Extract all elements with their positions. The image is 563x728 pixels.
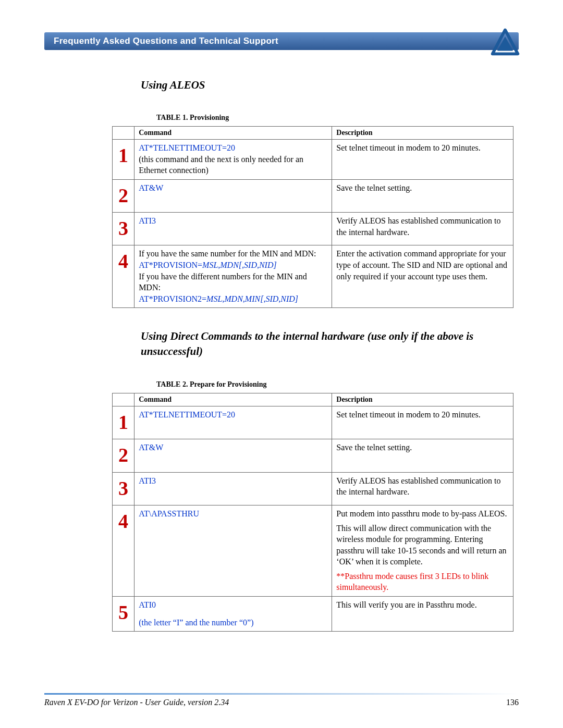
footer-page-number: 136 (506, 698, 519, 707)
table2-head-command: Command (134, 393, 332, 406)
table2-head-description: Description (332, 393, 513, 406)
step-number: 3 (113, 472, 134, 505)
table-row: 4 AT\APASSTHRU Put modem into passthru m… (113, 505, 513, 596)
table2-caption-label: TABLE 2. (156, 380, 190, 388)
command-text: ATI3 (139, 216, 156, 225)
table-prepare-provisioning: Command Description 1 AT*TELNETTIMEOUT=2… (112, 393, 513, 632)
description-text: Verify ALEOS has established communicati… (332, 472, 513, 505)
table-row: 4 If you have the same number for the MI… (113, 245, 513, 308)
footer-doc-title: Raven X EV-DO for Verizon - User Guide, … (44, 698, 229, 707)
step-number: 1 (113, 406, 134, 439)
table-row: 3 ATI3 Verify ALEOS has established comm… (113, 213, 513, 245)
description-text: Put modem into passthru mode to by-pass … (336, 508, 509, 520)
description-warning: **Passthru mode causes first 3 LEDs to b… (336, 571, 509, 593)
step-number: 2 (113, 179, 134, 212)
table-row: 2 AT&W Save the telnet setting. (113, 179, 513, 212)
description-text: Verify ALEOS has established communicati… (332, 213, 513, 245)
table-header-row: Command Description (113, 393, 513, 406)
table-row: 5 ATI0 (the letter “I” and the number “0… (113, 597, 513, 632)
table-row: 1 AT*TELNETTIMEOUT=20 Set telnet timeout… (113, 406, 513, 439)
command-text: AT*PROVISION=MSL,MDN[,SID,NID] (139, 260, 327, 271)
table2-caption-text: Prepare for Provisioning (190, 380, 267, 388)
description-text: Save the telnet setting. (332, 439, 513, 472)
command-text: ATI0 (139, 599, 327, 611)
table-row: 3 ATI3 Verify ALEOS has established comm… (113, 472, 513, 505)
table2-caption: TABLE 2. Prepare for Provisioning (156, 380, 519, 389)
description-text: Set telnet timeout in modem to 20 minute… (332, 406, 513, 439)
header-title: Frequently Asked Questions and Technical… (54, 36, 278, 46)
table-row: 2 AT&W Save the telnet setting. (113, 439, 513, 472)
table-provisioning: Command Description 1 AT*TELNETTIMEOUT=2… (112, 126, 513, 308)
step-number: 4 (113, 505, 134, 596)
footer-divider (44, 693, 519, 695)
step-number: 1 (113, 140, 134, 180)
description-text: This will verify you are in Passthru mod… (332, 597, 513, 632)
command-pretext: If you have the different numbers for th… (139, 271, 327, 293)
table-header-row: Command Description (113, 127, 513, 140)
command-text: AT&W (139, 443, 163, 452)
step-number: 3 (113, 213, 134, 245)
command-note: (the letter “I” and the number “0”) (139, 617, 327, 628)
command-text: AT&W (139, 183, 163, 192)
step-number: 2 (113, 439, 134, 472)
table-row: 1 AT*TELNETTIMEOUT=20 (this command and … (113, 140, 513, 180)
table1-caption-text: Provisioning (190, 114, 229, 121)
command-text: AT\APASSTHRU (139, 509, 199, 518)
description-text: Save the telnet setting. (332, 179, 513, 212)
page: Frequently Asked Questions and Technical… (0, 0, 563, 728)
command-text: AT*PROVISION2=MSL,MDN,MIN[,SID,NID] (139, 293, 327, 305)
table1-caption: TABLE 1. Provisioning (156, 114, 519, 122)
footer: Raven X EV-DO for Verizon - User Guide, … (44, 693, 519, 707)
brand-logo-icon (490, 28, 520, 58)
description-text: Set telnet timeout in modem to 20 minute… (332, 140, 513, 180)
step-number: 4 (113, 245, 134, 308)
description-text: Enter the activation command appropriate… (332, 245, 513, 308)
section-title-using-aleos: Using ALEOS (141, 79, 519, 92)
command-text: AT*TELNETTIMEOUT=20 (139, 142, 327, 154)
description-text: This will allow direct communication wit… (336, 523, 509, 567)
table1-caption-label: TABLE 1. (156, 114, 190, 121)
table1-head-description: Description (332, 127, 513, 140)
header-bar: Frequently Asked Questions and Technical… (44, 32, 519, 50)
command-pretext: If you have the same number for the MIN … (139, 248, 327, 260)
command-text: AT*TELNETTIMEOUT=20 (139, 410, 235, 419)
step-number: 5 (113, 597, 134, 632)
table1-head-command: Command (134, 127, 332, 140)
command-note: (this command and the next is only neede… (139, 154, 327, 176)
command-text: ATI3 (139, 476, 156, 485)
section-title-direct-commands: Using Direct Commands to the internal ha… (141, 329, 519, 359)
